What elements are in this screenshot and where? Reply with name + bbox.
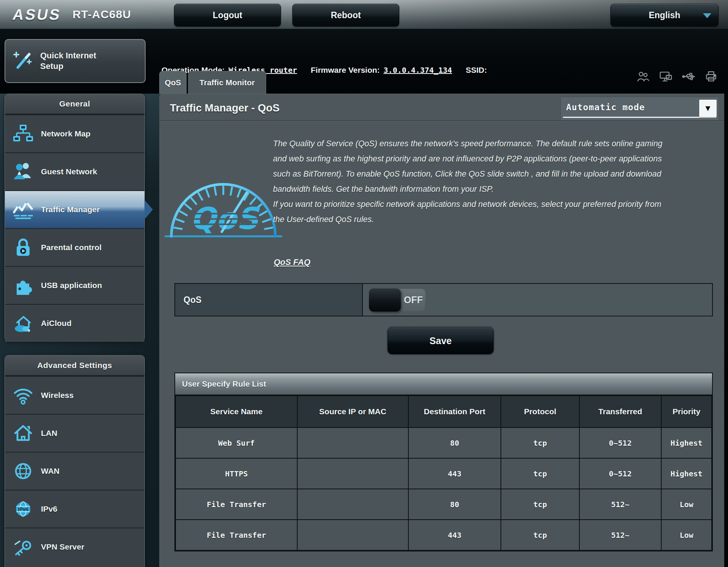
top-bar: ASUS RT-AC68U Logout Reboot English	[0, 0, 728, 30]
sidebar-item-parental-control[interactable]: Parental control	[5, 228, 144, 266]
cell-protocol: tcp	[501, 489, 579, 520]
magic-wand-icon	[5, 50, 40, 72]
clients-icon[interactable]	[636, 70, 650, 83]
ipv6-icon: IPv6	[5, 498, 41, 520]
rule-list-caption: User Specify Rule List	[175, 373, 712, 395]
quick-internet-setup-button[interactable]: Quick Internet Setup	[5, 39, 146, 83]
language-label: English	[649, 10, 680, 20]
sidebar-item-lan[interactable]: LAN	[5, 414, 144, 452]
router-model: RT-AC68U	[72, 8, 131, 21]
sidebar-group-advanced-settings: Advanced Settings Wireless LAN	[5, 355, 145, 567]
sidebar-item-traffic-manager[interactable]: Traffic Manager	[5, 190, 144, 228]
cell-port: 80	[408, 428, 501, 458]
cell-service-name: File Transfer	[176, 489, 297, 520]
sidebar-item-aicloud[interactable]: AiCloud	[5, 304, 144, 342]
cell-service-name: HTTPS	[176, 458, 297, 489]
sidebar-item-label: USB application	[41, 281, 102, 290]
lan-icon	[5, 422, 41, 444]
select-underline	[563, 117, 716, 118]
description-paragraph-1: The Quality of Service (QoS) ensures the…	[273, 136, 667, 197]
toggle-state-label: OFF	[401, 288, 426, 312]
sidebar-item-label: Wireless	[41, 391, 74, 400]
printer-icon[interactable]	[704, 70, 718, 83]
sidebar-item-usb-application[interactable]: USB application	[5, 266, 144, 304]
cell-port: 443	[408, 520, 501, 550]
table-row: File Transfer 80 tcp 512~ Low	[176, 489, 712, 520]
qos-label: QoS	[175, 295, 201, 305]
cell-priority: Low	[661, 520, 712, 550]
col-protocol: Protocol	[501, 396, 579, 428]
qos-faq-link[interactable]: QoS FAQ	[274, 257, 311, 267]
qos-mode-select[interactable]: Automatic mode ▼	[560, 97, 719, 121]
qos-enable-row: QoS OFF	[174, 283, 713, 316]
sidebar-item-label: LAN	[41, 429, 57, 438]
usb-icon[interactable]	[682, 70, 695, 83]
language-dropdown[interactable]: English	[610, 4, 719, 27]
svg-text:IPv6: IPv6	[18, 506, 28, 512]
save-button[interactable]: Save	[388, 327, 494, 354]
status-icons	[636, 70, 718, 83]
user-specify-rule-list: User Specify Rule List Service Name Sour…	[174, 373, 713, 551]
cell-port: 80	[408, 489, 501, 520]
cell-source	[297, 520, 408, 550]
col-source-ip-mac: Source IP or MAC	[297, 396, 408, 428]
col-service-name: Service Name	[176, 396, 297, 428]
table-row: Web Surf 80 tcp 0~512 Highest	[176, 428, 712, 458]
table-row: HTTPS 443 tcp 0~512 Highest	[176, 458, 712, 489]
sidebar-item-label: IPv6	[41, 504, 57, 514]
cell-protocol: tcp	[501, 458, 579, 489]
network-map-icon	[5, 123, 41, 145]
table-row: File Transfer 443 tcp 512~ Low	[176, 520, 712, 550]
sidebar-item-ipv6[interactable]: IPv6 IPv6	[5, 490, 144, 528]
qos-mode-selected-value: Automatic mode	[566, 102, 645, 112]
cell-protocol: tcp	[501, 428, 579, 458]
cell-transferred: 512~	[579, 520, 661, 550]
aicloud-icon	[5, 312, 41, 334]
sidebar-item-wan[interactable]: WAN	[5, 452, 144, 490]
asus-logo: ASUS	[11, 6, 63, 23]
general-group-title: General	[5, 94, 144, 114]
qos-description: The Quality of Service (QoS) ensures the…	[273, 136, 667, 227]
col-transferred: Transferred	[579, 396, 661, 428]
qos-speedometer-logo: QoS	[163, 169, 284, 241]
cell-priority: Highest	[661, 428, 712, 458]
usb-application-icon	[5, 274, 41, 296]
reboot-button[interactable]: Reboot	[292, 4, 399, 27]
content-panel: Traffic Manager - QoS Automatic mode ▼	[159, 94, 724, 567]
firmware-link[interactable]: 3.0.0.4.374_134	[384, 66, 452, 75]
wireless-icon	[5, 384, 41, 406]
sidebar-item-label: Network Map	[41, 129, 91, 138]
logout-button[interactable]: Logout	[174, 4, 281, 27]
cell-transferred: 512~	[579, 489, 661, 520]
qos-toggle[interactable]: OFF	[369, 288, 426, 312]
col-priority: Priority	[661, 396, 712, 428]
rule-table-header-row: Service Name Source IP or MAC Destinatio…	[176, 396, 712, 428]
qos-row-label-cell: QoS	[175, 284, 363, 316]
firmware-label: Firmware Version:	[311, 66, 380, 75]
qos-row-control-cell: OFF	[363, 284, 712, 316]
media-server-icon[interactable]	[659, 70, 673, 83]
cell-service-name: File Transfer	[176, 520, 297, 550]
sidebar-item-vpn-server[interactable]: VPN Server	[5, 528, 144, 565]
sidebar-item-wireless[interactable]: Wireless	[5, 376, 144, 414]
sidebar-group-general: General Network Map	[5, 94, 145, 341]
cell-protocol: tcp	[501, 520, 579, 550]
brand: ASUS RT-AC68U	[13, 0, 131, 29]
rule-table: Service Name Source IP or MAC Destinatio…	[175, 395, 712, 551]
parental-control-icon	[5, 237, 41, 258]
quick-internet-setup-label: Quick Internet Setup	[40, 50, 96, 72]
cell-source	[297, 458, 408, 489]
advanced-settings-group-title: Advanced Settings	[5, 356, 144, 376]
cell-service-name: Web Surf	[176, 428, 297, 458]
tab-qos[interactable]: QoS	[159, 71, 187, 94]
tab-traffic-monitor[interactable]: Traffic Monitor	[188, 71, 266, 94]
cell-transferred: 0~512	[579, 428, 661, 458]
sidebar-item-label: Traffic Manager	[41, 205, 100, 214]
sidebar-item-guest-network[interactable]: Guest Network	[5, 152, 144, 190]
cell-source	[297, 428, 408, 458]
sidebar-item-network-map[interactable]: Network Map	[5, 114, 144, 152]
sidebar-item-label: AiCloud	[41, 319, 71, 328]
chevron-down-icon	[703, 13, 711, 18]
router-admin-page: ASUS RT-AC68U Logout Reboot English Oper…	[0, 0, 728, 567]
cell-transferred: 0~512	[579, 458, 661, 489]
